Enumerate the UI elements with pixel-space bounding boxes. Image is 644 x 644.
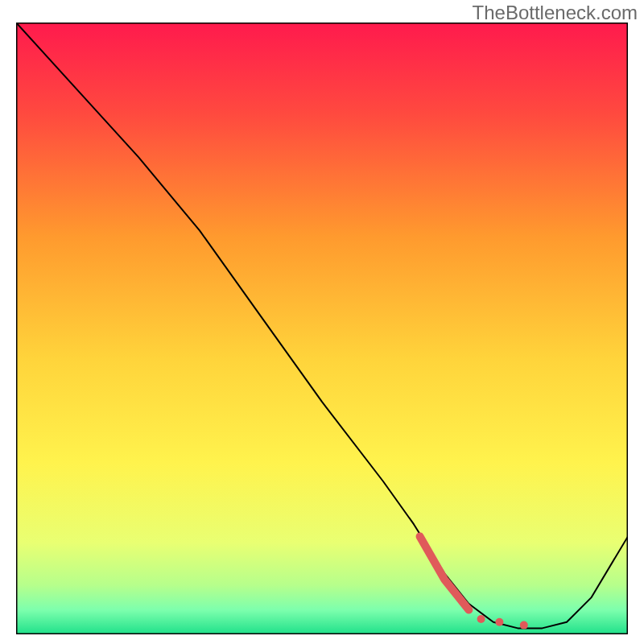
watermark-text: TheBottleneck.com — [473, 2, 638, 24]
chart-svg — [16, 23, 628, 634]
highlight-dot-1 — [495, 618, 503, 626]
bottleneck-chart — [16, 23, 628, 634]
highlight-dot-2 — [520, 621, 528, 630]
chart-background — [16, 23, 628, 634]
highlight-dot-0 — [477, 615, 485, 623]
